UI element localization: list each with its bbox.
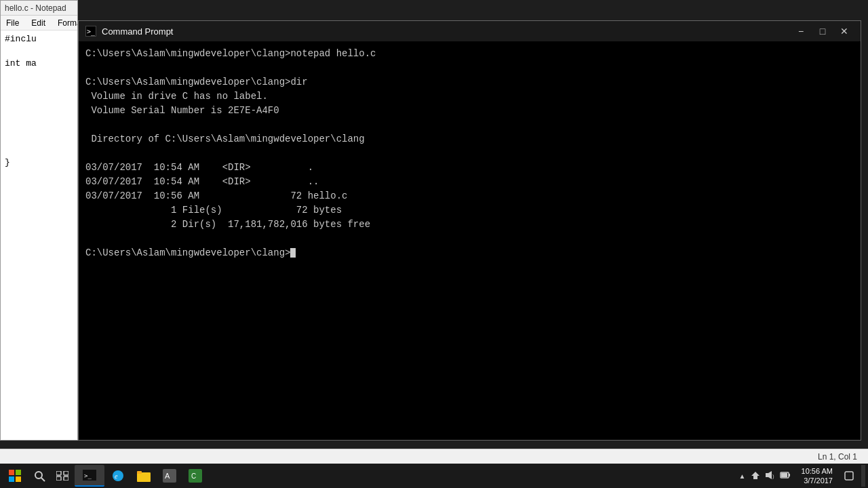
notepad-title: hello.c - Notepad [5,3,66,13]
cmd-cursor [290,248,296,258]
svg-point-6 [35,472,42,479]
svg-rect-4 [9,476,14,482]
tray-chevron[interactable]: ▲ [739,472,746,480]
taskbar-app-cmd[interactable]: >_ [75,465,104,487]
cmd-titlebar-left: >_ Command Prompt [85,26,173,37]
cmd-maximize-button[interactable]: □ [813,24,832,38]
start-button[interactable] [3,465,27,487]
tray-date: 3/7/2017 [802,476,833,485]
svg-rect-8 [56,471,61,475]
svg-rect-29 [781,473,787,477]
tray-network-icon [750,470,761,482]
taskbar-app-1[interactable]: A [157,465,182,487]
notepad-menu-format[interactable]: Format [55,18,78,28]
notepad-menu-edit[interactable]: Edit [28,18,48,28]
svg-rect-28 [789,474,790,476]
svg-rect-2 [9,470,14,475]
svg-rect-3 [16,470,21,475]
cmd-line-3: C:\Users\Aslam\mingwdeveloper\clang>dir [85,75,854,89]
notepad-cursor-position: Ln 1, Col 1 [818,452,857,462]
cmd-line-12: 1 File(s) 72 bytes [85,203,854,218]
notepad-line [5,45,73,58]
cmd-line-6 [85,118,854,132]
cmd-line-8 [85,146,854,161]
notepad-statusbar: Ln 1, Col 1 [0,449,868,464]
notepad-menu-file[interactable]: File [3,18,22,28]
svg-line-7 [41,478,45,481]
svg-rect-10 [56,476,61,481]
notepad-line [5,107,73,119]
cmd-line-14 [85,232,854,246]
notepad-window: hello.c - Notepad File Edit Format #incl… [0,0,78,441]
cmd-line-10: 03/07/2017 10:54 AM <DIR> .. [85,175,854,189]
cmd-icon: >_ [85,26,96,37]
svg-rect-9 [64,471,68,475]
cmd-prompt-line: C:\Users\Aslam\mingwdeveloper\clang> [85,246,854,260]
notepad-line [5,119,73,131]
search-button[interactable] [28,465,50,487]
taskbar: >_ e A C ▲ [0,464,868,488]
cmd-line-1: C:\Users\Aslam\mingwdeveloper\clang>note… [85,47,854,61]
show-desktop-button[interactable] [861,465,865,487]
svg-rect-18 [137,471,142,474]
tray-clock[interactable]: 10:56 AM 3/7/2017 [796,466,838,486]
svg-text:C: C [191,472,196,480]
taskbar-app-fileexplorer[interactable] [132,465,156,487]
task-view-button[interactable] [52,465,73,487]
notepad-line [5,70,73,83]
notepad-line [5,132,73,144]
cmd-line-13: 2 Dir(s) 17,181,782,016 bytes free [85,218,854,232]
cmd-line-11: 03/07/2017 10:56 AM 72 hello.c [85,189,854,203]
notification-icon[interactable] [840,465,859,487]
notepad-line: #inclu [5,33,73,45]
cmd-minimize-button[interactable]: − [791,24,810,38]
tray-time: 10:56 AM [802,466,833,476]
tray-icons: ▲ ) [735,470,795,482]
cmd-line-4: Volume in drive C has no label. [85,89,854,104]
svg-text:>_: >_ [87,28,96,36]
svg-text:>_: >_ [84,472,92,479]
notepad-line [5,83,73,95]
cmd-line-9: 03/07/2017 10:54 AM <DIR> . [85,161,854,175]
notepad-line: int ma [5,58,73,70]
cmd-close-button[interactable]: ✕ [835,24,854,38]
notepad-titlebar: hello.c - Notepad [1,1,77,16]
tray-volume-icon[interactable]: ) [765,470,776,482]
taskbar-app-2[interactable]: C [183,465,208,487]
svg-text:A: A [165,472,170,480]
cmd-line-7: Directory of C:\Users\Aslam\mingwdevelop… [85,132,854,146]
notepad-menubar: File Edit Format [1,16,77,30]
cmd-line-5: Volume Serial Number is 2E7E-A4F0 [85,104,854,118]
svg-marker-25 [768,471,772,479]
tray-battery-icon [780,470,791,482]
svg-text:e: e [115,472,118,480]
svg-marker-23 [751,472,760,479]
cmd-content-area[interactable]: C:\Users\Aslam\mingwdeveloper\clang>note… [79,41,861,440]
svg-rect-5 [16,476,21,482]
svg-rect-11 [64,476,68,481]
cmd-title: Command Prompt [102,26,173,37]
cmd-window-controls: − □ ✕ [791,24,854,38]
notepad-line [5,144,73,157]
svg-rect-30 [845,472,853,480]
svg-rect-24 [766,473,768,477]
notepad-line [5,95,73,107]
taskbar-app-ie[interactable]: e [106,465,130,487]
cmd-window: >_ Command Prompt − □ ✕ C:\Users\Aslam\m… [78,20,861,441]
cmd-titlebar: >_ Command Prompt − □ ✕ [79,21,861,41]
cmd-line-2 [85,61,854,75]
notepad-content: #inclu int ma } [1,30,77,440]
notepad-line: } [5,157,73,169]
svg-text:): ) [772,473,774,479]
